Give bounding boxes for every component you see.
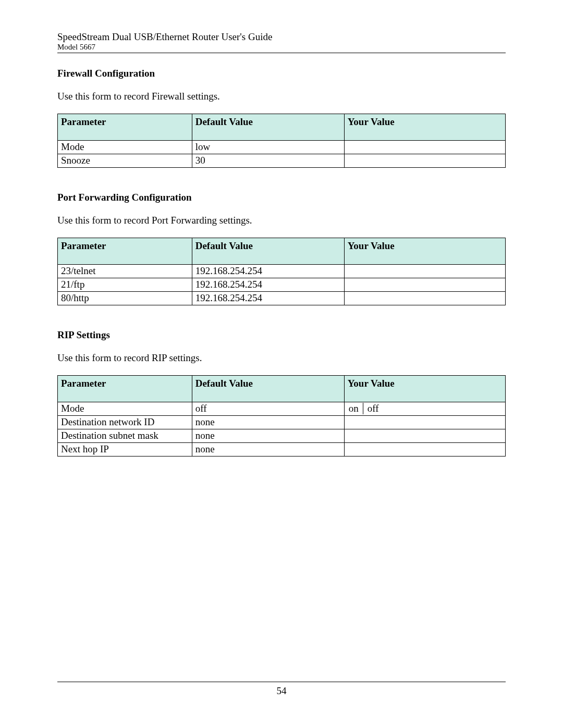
cell-default-value: none: [192, 429, 344, 442]
table-row: 23/telnet 192.168.254.254: [58, 264, 506, 278]
page: SpeedStream Dual USB/Ethernet Router Use…: [0, 0, 563, 728]
col-default-value: Default Value: [192, 375, 344, 402]
cell-default-value: none: [192, 415, 344, 429]
col-parameter: Parameter: [58, 238, 192, 264]
cell-default-value: 192.168.254.254: [192, 278, 344, 291]
section-heading-rip: RIP Settings: [57, 329, 506, 341]
cell-your-value[interactable]: [344, 278, 505, 291]
table-header-row: Parameter Default Value Your Value: [58, 375, 506, 402]
document-title: SpeedStream Dual USB/Ethernet Router Use…: [57, 31, 506, 43]
table-row: Destination network ID none: [58, 415, 506, 429]
table-rip: Parameter Default Value Your Value Mode …: [57, 375, 506, 456]
page-number: 54: [277, 685, 287, 696]
table-row: 21/ftp 192.168.254.254: [58, 278, 506, 291]
rip-mode-option-off[interactable]: off: [363, 403, 383, 414]
table-header-row: Parameter Default Value Your Value: [58, 238, 506, 264]
col-your-value: Your Value: [344, 238, 505, 264]
section-heading-firewall: Firewall Configuration: [57, 68, 506, 79]
col-your-value: Your Value: [344, 114, 505, 140]
cell-parameter: Destination network ID: [58, 415, 192, 429]
section-port-forwarding: Port Forwarding Configuration Use this f…: [57, 192, 506, 305]
document-header: SpeedStream Dual USB/Ethernet Router Use…: [57, 31, 506, 53]
cell-parameter: Snooze: [58, 154, 192, 167]
section-rip: RIP Settings Use this form to record RIP…: [57, 329, 506, 456]
col-parameter: Parameter: [58, 375, 192, 402]
cell-parameter: 80/http: [58, 291, 192, 305]
page-footer: 54: [57, 682, 506, 697]
table-row: Snooze 30: [58, 154, 506, 167]
cell-default-value: low: [192, 140, 344, 154]
cell-parameter: Mode: [58, 140, 192, 154]
cell-your-value[interactable]: [344, 415, 505, 429]
cell-your-value[interactable]: [344, 291, 505, 305]
cell-parameter: 23/telnet: [58, 264, 192, 278]
cell-default-value: none: [192, 442, 344, 456]
cell-your-value[interactable]: [344, 154, 505, 167]
cell-default-value: 30: [192, 154, 344, 167]
col-your-value: Your Value: [344, 375, 505, 402]
cell-parameter: Mode: [58, 402, 192, 415]
section-heading-portfwd: Port Forwarding Configuration: [57, 192, 506, 203]
col-default-value: Default Value: [192, 114, 344, 140]
table-port-forwarding: Parameter Default Value Your Value 23/te…: [57, 238, 506, 305]
table-row: Next hop IP none: [58, 442, 506, 456]
table-row: Mode off on off: [58, 402, 506, 415]
table-row: Destination subnet mask none: [58, 429, 506, 442]
section-text-firewall: Use this form to record Firewall setting…: [57, 91, 506, 102]
cell-default-value: 192.168.254.254: [192, 264, 344, 278]
cell-default-value: 192.168.254.254: [192, 291, 344, 305]
cell-parameter: Next hop IP: [58, 442, 192, 456]
document-model: Model 5667: [57, 43, 506, 52]
table-firewall: Parameter Default Value Your Value Mode …: [57, 114, 506, 168]
cell-your-value[interactable]: [344, 264, 505, 278]
col-default-value: Default Value: [192, 238, 344, 264]
cell-your-value[interactable]: [344, 429, 505, 442]
section-text-rip: Use this form to record RIP settings.: [57, 352, 506, 364]
rip-mode-option-on[interactable]: on: [348, 403, 363, 414]
cell-parameter: 21/ftp: [58, 278, 192, 291]
rip-mode-options: on off: [348, 403, 502, 414]
section-firewall: Firewall Configuration Use this form to …: [57, 68, 506, 168]
cell-your-value-options[interactable]: on off: [344, 402, 505, 415]
section-text-portfwd: Use this form to record Port Forwarding …: [57, 215, 506, 226]
cell-parameter: Destination subnet mask: [58, 429, 192, 442]
cell-default-value: off: [192, 402, 344, 415]
cell-your-value[interactable]: [344, 140, 505, 154]
table-row: 80/http 192.168.254.254: [58, 291, 506, 305]
cell-your-value[interactable]: [344, 442, 505, 456]
col-parameter: Parameter: [58, 114, 192, 140]
table-row: Mode low: [58, 140, 506, 154]
table-header-row: Parameter Default Value Your Value: [58, 114, 506, 140]
